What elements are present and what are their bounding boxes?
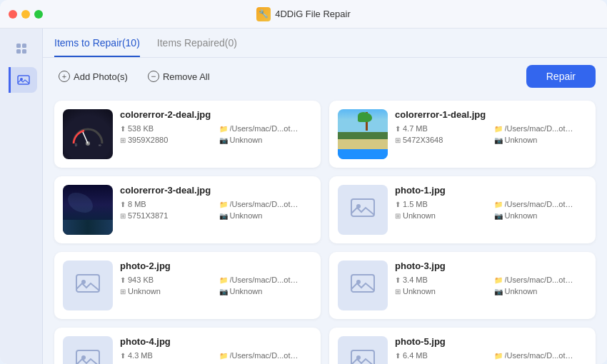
app-title: 🔧 4DDiG File Repair [256, 7, 350, 21]
minimize-button[interactable] [21, 10, 30, 19]
folder-icon: 📁 [219, 352, 228, 360]
dimensions-icon: ⊞ [120, 288, 126, 295]
placeholder-icon [348, 345, 377, 365]
close-button[interactable] [9, 10, 17, 19]
item-info: colorerror-1-deal.jpg ⬆ 4.7 MB 📁 /Users/… [395, 109, 587, 144]
camera-icon: 📷 [494, 212, 503, 220]
remove-all-button[interactable]: − Remove All [144, 68, 214, 85]
add-photos-button[interactable]: + Add Photo(s) [54, 68, 132, 85]
item-info: colorerror-3-deal.jpg ⬆ 8 MB 📁 /Users/ma… [120, 185, 312, 220]
repair-button[interactable]: Repair [526, 65, 596, 88]
content-area: Items to Repair(10) Items Repaired(0) + … [43, 29, 607, 364]
sidebar-item-photos[interactable] [9, 67, 37, 93]
folder-icon: 📁 [494, 125, 503, 133]
folder-icon: 📁 [494, 201, 503, 208]
item-dimensions: ⊞ Unknown [120, 287, 214, 295]
item-info: photo-1.jpg ⬆ 1.5 MB 📁 /Users/mac/D...ot… [395, 185, 587, 220]
item-name: colorerror-1-deal.jpg [395, 109, 587, 120]
folder-icon: 📁 [494, 276, 503, 284]
item-size: ⬆ 6.4 MB [395, 351, 488, 360]
item-path: 📁 /Users/mac/D...oto/can't open [494, 275, 588, 284]
item-camera: 📷 Unknown [494, 211, 588, 220]
item-path: 📁 /Users/mac/D...oto/can't open [494, 351, 588, 360]
svg-text:0: 0 [75, 143, 77, 147]
svg-rect-14 [351, 275, 374, 292]
camera-icon: 📷 [494, 136, 503, 144]
item-path: 📁 /Users/mac/D...oto/can't open [219, 351, 313, 360]
item-name: photo-3.jpg [395, 261, 587, 271]
item-camera: 📷 Unknown [219, 136, 313, 144]
tab-to-repair[interactable]: Items to Repair(10) [54, 37, 140, 57]
app-title-text: 4DDiG File Repair [275, 9, 350, 19]
items-grid: 0 ∞ colorerror-2-deal.jpg ⬆ 538 KB [43, 95, 607, 364]
list-item: photo-5.jpg ⬆ 6.4 MB 📁 /Users/mac/D...ot… [329, 328, 596, 364]
folder-icon: 📁 [219, 276, 228, 284]
item-name: colorerror-3-deal.jpg [120, 185, 312, 196]
svg-rect-4 [18, 76, 29, 84]
placeholder-icon [74, 345, 102, 365]
maximize-button[interactable] [34, 10, 43, 19]
size-icon: ⬆ [395, 352, 401, 360]
item-thumbnail [338, 261, 388, 310]
item-size: ⬆ 1.5 MB [395, 200, 488, 208]
app-window: 🔧 4DDiG File Repair [0, 0, 607, 364]
camera-icon: 📷 [219, 288, 228, 295]
item-thumbnail [63, 261, 113, 310]
svg-rect-0 [16, 44, 21, 48]
size-icon: ⬆ [120, 276, 126, 284]
item-path: 📁 /Users/mac/D...oto/color error [219, 200, 313, 208]
item-camera: 📷 Unknown [494, 287, 588, 295]
svg-rect-12 [76, 275, 99, 292]
item-thumbnail [63, 336, 113, 364]
main-layout: Items to Repair(10) Items Repaired(0) + … [0, 29, 607, 364]
tab-repaired[interactable]: Items Repaired(0) [157, 37, 237, 57]
camera-icon: 📷 [219, 212, 228, 220]
toolbar-left: + Add Photo(s) − Remove All [54, 68, 214, 85]
svg-rect-10 [351, 199, 374, 216]
camera-icon: 📷 [219, 136, 228, 144]
list-item: photo-3.jpg ⬆ 3.4 MB 📁 /Users/mac/D...ot… [329, 252, 596, 319]
dimensions-icon: ⊞ [395, 288, 401, 295]
svg-rect-1 [22, 44, 26, 48]
item-size: ⬆ 4.3 MB [120, 351, 214, 360]
titlebar: 🔧 4DDiG File Repair [0, 0, 607, 29]
svg-line-7 [83, 132, 88, 143]
placeholder-icon [348, 269, 377, 303]
item-name: photo-5.jpg [395, 336, 587, 347]
item-thumbnail [338, 109, 388, 159]
remove-icon: − [148, 71, 159, 82]
item-size: ⬆ 538 KB [120, 124, 214, 133]
item-dimensions: ⊞ Unknown [395, 287, 488, 295]
dimensions-icon: ⊞ [120, 136, 126, 144]
sidebar [0, 29, 43, 364]
item-path: 📁 /Users/mac/D...oto/can't open [494, 200, 588, 208]
svg-rect-2 [16, 49, 21, 54]
size-icon: ⬆ [395, 201, 401, 208]
placeholder-icon [348, 193, 377, 227]
item-name: photo-1.jpg [395, 185, 587, 196]
item-info: colorerror-2-deal.jpg ⬆ 538 KB 📁 /Users/… [120, 109, 312, 144]
dimensions-icon: ⊞ [120, 212, 126, 220]
sidebar-item-grid[interactable] [9, 36, 34, 61]
item-camera: 📷 Unknown [219, 287, 313, 295]
item-name: colorerror-2-deal.jpg [120, 109, 312, 120]
item-info: photo-4.jpg ⬆ 4.3 MB 📁 /Users/mac/D...ot… [120, 336, 312, 364]
dimensions-icon: ⊞ [395, 136, 401, 144]
item-info: photo-5.jpg ⬆ 6.4 MB 📁 /Users/mac/D...ot… [395, 336, 587, 364]
size-icon: ⬆ [120, 125, 126, 133]
list-item: colorerror-1-deal.jpg ⬆ 4.7 MB 📁 /Users/… [329, 101, 596, 168]
item-camera: 📷 Unknown [219, 211, 313, 220]
placeholder-icon [74, 269, 102, 303]
list-item: 0 ∞ colorerror-2-deal.jpg ⬆ 538 KB [54, 101, 321, 168]
size-icon: ⬆ [120, 352, 126, 360]
list-item: colorerror-3-deal.jpg ⬆ 8 MB 📁 /Users/ma… [54, 176, 321, 243]
item-thumbnail [338, 185, 388, 235]
item-name: photo-4.jpg [120, 336, 312, 347]
list-item: photo-2.jpg ⬆ 943 KB 📁 /Users/mac/D...ot… [54, 252, 321, 319]
svg-text:∞: ∞ [99, 143, 101, 147]
item-thumbnail [338, 336, 388, 364]
item-camera: 📷 Unknown [494, 136, 588, 144]
remove-all-label: Remove All [163, 71, 210, 82]
app-icon: 🔧 [256, 7, 271, 21]
toolbar: + Add Photo(s) − Remove All Repair [43, 58, 607, 95]
